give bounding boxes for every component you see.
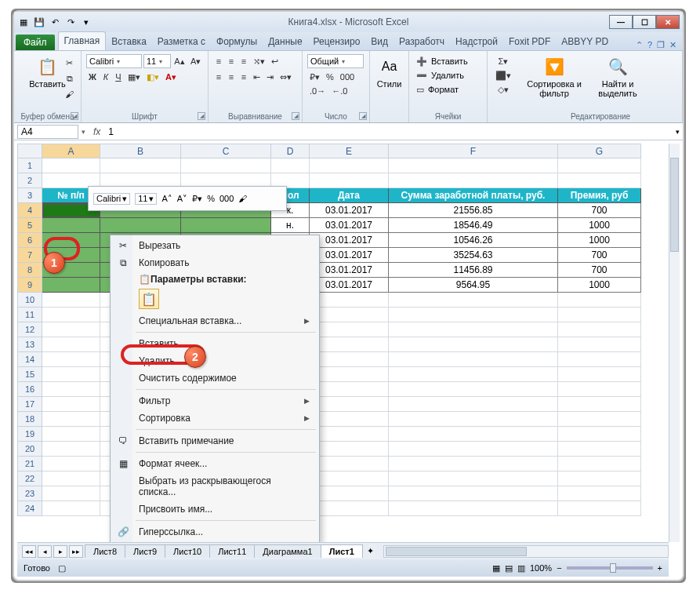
ctx-paste-special[interactable]: Специальная вставка...▶ (112, 312, 317, 329)
close-button[interactable]: ✕ (656, 15, 680, 29)
cell[interactable] (42, 293, 100, 308)
qat-dropdown-icon[interactable]: ▾ (80, 16, 92, 28)
cell[interactable]: 1000 (558, 233, 641, 248)
cell[interactable] (310, 501, 389, 516)
align-right-icon[interactable]: ≡ (238, 70, 249, 84)
cell[interactable] (42, 501, 100, 516)
row-header[interactable]: 3 (17, 188, 42, 203)
cell[interactable] (389, 486, 558, 501)
cell[interactable] (310, 486, 389, 501)
sheet-tab[interactable]: Лист10 (165, 544, 210, 558)
tab-layout[interactable]: Разметка с (152, 33, 211, 50)
cell[interactable]: Сумма заработной платы, руб. (389, 188, 558, 203)
format-painter-icon[interactable]: 🖌 (63, 87, 76, 101)
cell[interactable] (389, 471, 558, 486)
cell[interactable]: 03.01.2017 (310, 278, 389, 293)
font-color-icon[interactable]: A▾ (163, 70, 179, 84)
maximize-button[interactable]: ☐ (633, 15, 656, 29)
fill-icon[interactable]: ⬛▾ (492, 68, 514, 82)
orientation-icon[interactable]: ⤭▾ (251, 54, 267, 68)
row-header[interactable]: 20 (17, 442, 42, 457)
cell[interactable] (558, 486, 641, 501)
new-sheet-icon[interactable]: ✦ (362, 546, 379, 556)
insert-cells-button[interactable]: Вставить (431, 56, 468, 66)
cell[interactable] (310, 322, 389, 337)
ctx-cut[interactable]: ✂Вырезать (112, 237, 317, 254)
cell[interactable]: 1000 (558, 278, 641, 293)
cell[interactable] (42, 352, 100, 367)
row-header[interactable]: 18 (17, 412, 42, 427)
border-icon[interactable]: ▦▾ (125, 70, 143, 84)
tab-home[interactable]: Главная (58, 31, 107, 50)
cell[interactable] (389, 397, 558, 412)
ctx-pick-from-list[interactable]: Выбрать из раскрывающегося списка... (112, 472, 317, 501)
shrink-font-icon[interactable]: A▾ (188, 54, 203, 68)
align-left-icon[interactable]: ≡ (213, 70, 224, 84)
increase-decimal-icon[interactable]: .0→ (307, 84, 328, 98)
tab-addins[interactable]: Надстрой (450, 33, 503, 50)
ctx-clear[interactable]: Очистить содержимое (112, 369, 317, 387)
sheet-nav-last[interactable]: ▸▸ (69, 545, 83, 558)
col-header-f[interactable]: F (389, 144, 558, 158)
row-header[interactable]: 5 (17, 218, 42, 233)
alignment-launcher[interactable]: ◢ (292, 112, 299, 120)
tab-formulas[interactable]: Формулы (211, 33, 263, 50)
ctx-insert[interactable]: Вставить... (112, 335, 317, 352)
cell[interactable]: 10546.26 (389, 233, 558, 248)
cell[interactable] (389, 322, 558, 337)
tab-view[interactable]: Вид (365, 33, 394, 50)
align-bottom-icon[interactable]: ≡ (238, 54, 249, 68)
cell[interactable] (42, 158, 100, 173)
cell[interactable] (181, 158, 271, 173)
col-header-d[interactable]: D (271, 144, 310, 158)
wrap-text-icon[interactable]: ↩ (269, 54, 281, 68)
view-layout-icon[interactable]: ▤ (505, 563, 513, 573)
col-header-c[interactable]: C (181, 144, 271, 158)
zoom-slider[interactable] (567, 566, 653, 570)
cell[interactable] (310, 457, 389, 471)
cell[interactable] (42, 382, 100, 397)
row-header[interactable]: 9 (17, 278, 42, 293)
ctx-filter[interactable]: Фильтр▶ (112, 392, 317, 410)
select-all-corner[interactable] (17, 144, 42, 158)
delete-cells-button[interactable]: Удалить (431, 71, 464, 80)
cell[interactable] (558, 457, 641, 471)
minimize-button[interactable]: — (609, 15, 633, 29)
row-header[interactable]: 22 (17, 471, 42, 486)
cell[interactable] (310, 412, 389, 427)
cell[interactable] (389, 158, 558, 173)
cell[interactable] (558, 442, 641, 457)
save-icon[interactable]: 💾 (33, 16, 45, 28)
tab-developer[interactable]: Разработч (394, 33, 450, 50)
formula-input[interactable]: 1 (108, 126, 673, 137)
cell[interactable] (42, 278, 100, 293)
cell[interactable] (42, 412, 100, 427)
cell[interactable] (558, 382, 641, 397)
mini-format-painter-icon[interactable]: 🖌 (238, 194, 247, 203)
cell[interactable] (558, 397, 641, 412)
row-header[interactable]: 10 (17, 293, 42, 308)
view-normal-icon[interactable]: ▦ (492, 563, 500, 573)
row-header[interactable]: 24 (17, 501, 42, 516)
cell[interactable] (558, 367, 641, 382)
sheet-tab[interactable]: Лист8 (85, 544, 125, 558)
percent-icon[interactable]: % (324, 70, 336, 84)
fill-color-icon[interactable]: ◧▾ (144, 70, 161, 84)
font-launcher[interactable]: ◢ (198, 112, 205, 120)
cell[interactable] (389, 442, 558, 457)
zoom-out-icon[interactable]: − (557, 563, 561, 573)
row-header[interactable]: 4 (17, 203, 42, 218)
cell[interactable] (42, 486, 100, 501)
cell[interactable]: 700 (558, 248, 641, 263)
redo-icon[interactable]: ↷ (64, 16, 77, 28)
ctx-define-name[interactable]: Присвоить имя... (112, 501, 317, 518)
row-header[interactable]: 2 (17, 173, 42, 188)
clipboard-launcher[interactable]: ◢ (71, 112, 78, 120)
tab-review[interactable]: Рецензиро (308, 33, 366, 50)
cell[interactable] (42, 322, 100, 337)
ctx-sort[interactable]: Сортировка▶ (112, 410, 317, 427)
mini-size-combo[interactable]: 11 ▾ (135, 193, 157, 205)
insert-cells-icon[interactable]: ➕ (414, 54, 430, 68)
cell[interactable] (389, 501, 558, 516)
cell[interactable]: 03.01.2017 (310, 248, 389, 263)
